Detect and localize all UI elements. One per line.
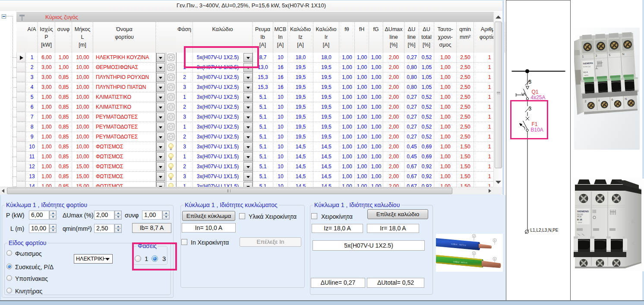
svg-text:SIEMENS: SIEMENS bbox=[577, 210, 589, 213]
svg-text:63 A: 63 A bbox=[583, 71, 588, 74]
svg-text:6: 6 bbox=[611, 98, 613, 101]
svg-text:~400V: ~400V bbox=[577, 221, 582, 223]
svg-text:L1,L2,L3,N,PE: L1,L2,L3,N,PE bbox=[530, 228, 559, 233]
svg-text:2: 2 bbox=[584, 100, 586, 103]
svg-text:~400V: ~400V bbox=[584, 75, 589, 77]
svg-text:1: 1 bbox=[582, 55, 584, 58]
svg-text:3: 3 bbox=[529, 79, 532, 85]
svg-text:B 16: B 16 bbox=[577, 218, 582, 221]
svg-text:MCB: MCB bbox=[577, 216, 581, 218]
svg-text:N: N bbox=[625, 97, 627, 100]
svg-text:3: 3 bbox=[595, 54, 597, 57]
svg-text:N: N bbox=[622, 53, 624, 56]
svg-text:4x25A: 4x25A bbox=[531, 94, 546, 101]
svg-text:Q1: Q1 bbox=[532, 89, 539, 95]
svg-text:5: 5 bbox=[609, 53, 610, 57]
svg-text:4: 4 bbox=[598, 99, 600, 102]
